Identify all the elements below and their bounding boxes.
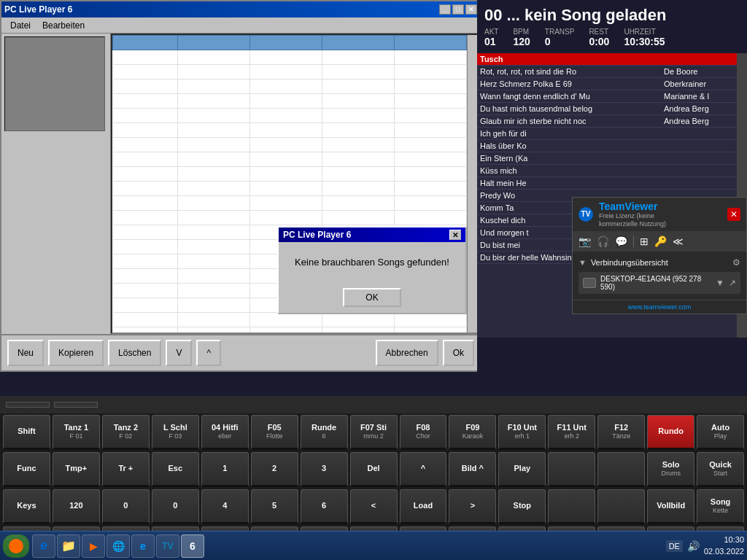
ok-button[interactable]: Ok bbox=[443, 340, 474, 366]
key-2-0[interactable]: Keys bbox=[3, 489, 50, 524]
table-row[interactable] bbox=[113, 196, 467, 211]
start-button[interactable] bbox=[3, 534, 29, 558]
taskbar-app-teamviewer[interactable]: TV bbox=[156, 534, 179, 558]
key-0-7[interactable]: F07 Stimmu 2 bbox=[350, 415, 398, 450]
tv-camera-icon[interactable]: 📷 bbox=[578, 236, 591, 247]
minimize-button[interactable]: _ bbox=[439, 4, 451, 15]
key-2-5[interactable]: 5 bbox=[251, 489, 298, 524]
key-0-12[interactable]: F12Tänze bbox=[597, 415, 645, 450]
key-1-0[interactable]: Func bbox=[3, 452, 50, 487]
menu-datei[interactable]: Datei bbox=[4, 19, 36, 32]
abbrechen-button[interactable]: Abbrechen bbox=[376, 340, 438, 366]
table-row[interactable] bbox=[113, 65, 467, 79]
key-0-2[interactable]: Tanz 2F 02 bbox=[102, 415, 150, 450]
key-1-9[interactable]: Bild ^ bbox=[449, 452, 496, 487]
key-2-14[interactable]: SongKette bbox=[697, 489, 744, 524]
key-1-1[interactable]: Tmp+ bbox=[53, 452, 100, 487]
key-1-7[interactable]: Del bbox=[350, 452, 398, 487]
key-1-12[interactable] bbox=[597, 452, 645, 487]
tv-device-item[interactable]: DESKTOP-4E1AGN4 (952 278 590) ▼ ↗ bbox=[578, 272, 740, 294]
key-2-3[interactable]: 0 bbox=[152, 489, 199, 524]
table-row[interactable] bbox=[113, 327, 467, 335]
table-row[interactable] bbox=[113, 313, 467, 327]
tv-headset-icon[interactable]: 🎧 bbox=[597, 236, 609, 247]
taskbar-app-folder[interactable]: 📁 bbox=[57, 534, 80, 558]
menu-bearbeiten[interactable]: Bearbeiten bbox=[36, 19, 90, 32]
tv-settings-icon[interactable]: ⚙ bbox=[732, 257, 740, 268]
tv-copy-icon[interactable]: ⊞ bbox=[640, 236, 649, 247]
table-row[interactable] bbox=[113, 138, 467, 152]
key-1-3[interactable]: Esc bbox=[152, 452, 199, 487]
table-row[interactable] bbox=[113, 94, 467, 109]
key-0-14[interactable]: AutoPlay bbox=[697, 415, 744, 450]
tv-device-connect-icon[interactable]: ↗ bbox=[729, 278, 736, 288]
list-item[interactable]: Ich geh für di bbox=[477, 128, 747, 140]
list-item[interactable]: Glaub mir ich sterbe nicht nocAndrea Ber… bbox=[477, 115, 747, 128]
key-2-8[interactable]: Load bbox=[400, 489, 447, 524]
key-1-13[interactable]: SoloDrums bbox=[647, 452, 694, 487]
key-0-1[interactable]: Tanz 1F 01 bbox=[53, 415, 100, 450]
key-1-14[interactable]: QuickStart bbox=[697, 452, 744, 487]
key-2-11[interactable] bbox=[548, 489, 595, 524]
key-0-9[interactable]: F09Karaok bbox=[449, 415, 496, 450]
key-1-6[interactable]: 3 bbox=[301, 452, 348, 487]
volume-icon[interactable]: 🔊 bbox=[687, 540, 700, 552]
key-1-2[interactable]: Tr + bbox=[102, 452, 150, 487]
list-item[interactable]: Ein Stern (Ka bbox=[477, 152, 747, 165]
key-2-13[interactable]: Vollbild bbox=[647, 489, 694, 524]
key-2-4[interactable]: 4 bbox=[201, 489, 249, 524]
table-row[interactable] bbox=[113, 167, 467, 182]
key-0-11[interactable]: F11 Unterh 2 bbox=[548, 415, 595, 450]
key-0-0[interactable]: Shift bbox=[3, 415, 50, 450]
table-row[interactable] bbox=[113, 79, 467, 94]
key-2-7[interactable]: < bbox=[350, 489, 398, 524]
list-item[interactable]: Hals über Ko bbox=[477, 140, 747, 152]
list-item[interactable]: Herz Schmerz Polka E 69Oberkrainer bbox=[477, 78, 747, 90]
table-row[interactable] bbox=[113, 123, 467, 138]
table-row[interactable] bbox=[113, 152, 467, 167]
dialog-ok-button[interactable]: OK bbox=[343, 288, 401, 307]
tv-device-expand-icon[interactable]: ▼ bbox=[716, 278, 724, 288]
close-button[interactable]: ✕ bbox=[465, 4, 477, 15]
list-item[interactable]: Rot, rot, rot, rot sind die RoDe Boore bbox=[477, 66, 747, 78]
table-row[interactable] bbox=[113, 109, 467, 123]
tv-more-icon[interactable]: ≪ bbox=[673, 236, 684, 247]
list-item[interactable]: Küss mich bbox=[477, 165, 747, 177]
taskbar-app-firefox[interactable]: 🌐 bbox=[107, 534, 130, 558]
tv-key-icon[interactable]: 🔑 bbox=[654, 236, 667, 247]
v-button[interactable]: V bbox=[166, 340, 192, 366]
key-2-1[interactable]: 120 bbox=[53, 489, 100, 524]
tv-chat-icon[interactable]: 💬 bbox=[615, 236, 627, 247]
list-item[interactable]: Wann fangt denn endlich d' MuMarianne & … bbox=[477, 90, 747, 103]
key-1-8[interactable]: ^ bbox=[400, 452, 447, 487]
maximize-button[interactable]: □ bbox=[452, 4, 464, 15]
key-0-10[interactable]: F10 Unterh 1 bbox=[498, 415, 546, 450]
key-2-6[interactable]: 6 bbox=[301, 489, 348, 524]
key-0-8[interactable]: F08Chor bbox=[400, 415, 447, 450]
taskbar-app-ie[interactable]: e bbox=[32, 534, 55, 558]
taskbar-app-pclive[interactable]: 6 bbox=[181, 534, 204, 558]
list-item[interactable]: Du hast mich tausendmal belogAndrea Berg bbox=[477, 103, 747, 115]
key-0-4[interactable]: 04 Hitfieber bbox=[201, 415, 249, 450]
key-2-10[interactable]: Stop bbox=[498, 489, 546, 524]
neu-button[interactable]: Neu bbox=[7, 340, 44, 366]
up-button[interactable]: ^ bbox=[196, 340, 221, 366]
dialog-close-button[interactable]: ✕ bbox=[449, 230, 461, 240]
key-0-3[interactable]: L SchlF 03 bbox=[152, 415, 199, 450]
key-1-10[interactable]: Play bbox=[498, 452, 546, 487]
key-2-2[interactable]: 0 bbox=[102, 489, 150, 524]
table-row[interactable] bbox=[113, 50, 467, 65]
key-1-11[interactable] bbox=[548, 452, 595, 487]
taskbar-app-media[interactable]: ▶ bbox=[82, 534, 105, 558]
tv-close-button[interactable]: ✕ bbox=[727, 208, 740, 221]
taskbar-app-edge[interactable]: e bbox=[131, 534, 155, 558]
key-2-9[interactable]: > bbox=[449, 489, 496, 524]
key-1-5[interactable]: 2 bbox=[251, 452, 298, 487]
table-row[interactable] bbox=[113, 182, 467, 196]
key-0-5[interactable]: F05Flotte bbox=[251, 415, 298, 450]
table-row[interactable] bbox=[113, 211, 467, 225]
tv-expand-icon[interactable]: ▼ bbox=[578, 258, 587, 267]
list-item[interactable]: Halt mein He bbox=[477, 177, 747, 190]
key-2-12[interactable] bbox=[597, 489, 645, 524]
loeschen-button[interactable]: Löschen bbox=[108, 340, 161, 366]
